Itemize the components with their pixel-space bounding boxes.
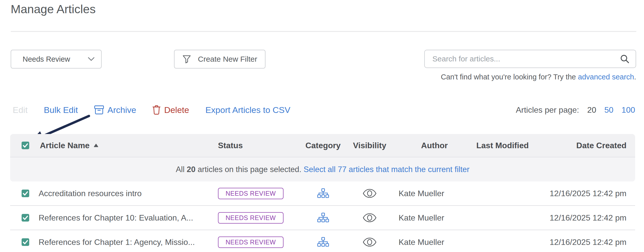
article-name-link[interactable]: References for Chapter 1: Agency, Missio… [39, 238, 218, 247]
date-created-cell: 12/16/2025 12:42 pm [547, 238, 635, 247]
category-cell [299, 237, 347, 247]
articles-per-page: Articles per page: 20 50 100 [516, 105, 635, 115]
archive-icon [94, 105, 104, 114]
visibility-icon [363, 189, 376, 198]
bulk-edit-button[interactable]: Bulk Edit [44, 105, 78, 115]
archive-label: Archive [107, 105, 136, 115]
column-header-date-created[interactable]: Date Created [547, 141, 635, 150]
checkbox-check-icon [22, 190, 29, 197]
column-header-category[interactable]: Category [299, 141, 347, 150]
create-new-filter-button[interactable]: Create New Filter [174, 50, 265, 69]
visibility-cell [347, 189, 392, 198]
delete-button[interactable]: Delete [152, 105, 189, 115]
archive-button[interactable]: Archive [94, 105, 136, 115]
delete-label: Delete [164, 105, 189, 115]
articles-table: Article Name Status Category Visibility … [10, 134, 635, 252]
filter-icon [182, 55, 191, 64]
category-icon[interactable] [317, 213, 329, 223]
bulk-actions-toolbar: Edit Bulk Edit Archive Delete Export Art… [11, 104, 635, 116]
select-all-checkbox[interactable] [22, 142, 29, 149]
author-cell: Kate Mueller [392, 213, 476, 223]
status-badge: NEEDS REVIEW [218, 237, 284, 248]
selection-banner: All 20 articles on this page selected. S… [10, 157, 635, 181]
visibility-icon [363, 238, 376, 247]
chevron-down-icon [88, 57, 95, 61]
select-all-matching-link[interactable]: Select all 77 articles that match the cu… [304, 165, 469, 174]
search-input[interactable] [424, 50, 636, 68]
sort-ascending-icon [94, 144, 98, 147]
create-new-filter-label: Create New Filter [198, 55, 257, 63]
selection-banner-text: All [176, 165, 187, 174]
delete-icon [152, 105, 161, 115]
per-page-option-50[interactable]: 50 [604, 105, 614, 115]
search-hint-text: Can't find what you're looking for? Try … [441, 73, 578, 81]
row-checkbox[interactable] [22, 238, 29, 246]
row-checkbox-cell [10, 214, 39, 222]
selected-count: 20 [187, 165, 195, 174]
advanced-search-link[interactable]: advanced search [578, 73, 634, 81]
status-cell: NEEDS REVIEW [218, 188, 299, 199]
category-icon[interactable] [317, 188, 329, 198]
checkbox-check-icon [22, 238, 29, 246]
search-hint-period: . [634, 73, 636, 81]
table-header-wrap: Article Name Status Category Visibility … [10, 134, 635, 181]
filter-dropdown[interactable]: Needs Review [11, 50, 102, 69]
status-badge: NEEDS REVIEW [218, 212, 284, 224]
date-created-cell: 12/16/2025 12:42 pm [547, 189, 635, 198]
column-header-last-modified[interactable]: Last Modified [476, 141, 547, 150]
row-checkbox-cell [10, 190, 39, 197]
category-cell [299, 188, 347, 198]
table-body: Accreditation resources intro NEEDS REVI… [10, 181, 635, 252]
search-box [424, 50, 636, 68]
category-cell [299, 213, 347, 223]
table-row: References for Chapter 10: Evaluation, A… [10, 206, 635, 230]
author-cell: Kate Mueller [392, 189, 476, 198]
visibility-cell [347, 238, 392, 247]
page-title: Manage Articles [11, 2, 96, 16]
column-header-article-name[interactable]: Article Name [39, 141, 218, 150]
checkbox-check-icon [22, 214, 29, 222]
table-row: References for Chapter 1: Agency, Missio… [10, 230, 635, 252]
select-all-cell [10, 142, 39, 149]
selection-banner-text-2: articles on this page selected. [195, 165, 304, 174]
article-name-link[interactable]: Accreditation resources intro [39, 189, 218, 198]
export-csv-button[interactable]: Export Articles to CSV [205, 105, 290, 115]
date-created-cell: 12/16/2025 12:42 pm [547, 213, 635, 223]
row-checkbox[interactable] [22, 214, 29, 222]
filter-dropdown-value: Needs Review [23, 55, 70, 63]
status-badge: NEEDS REVIEW [218, 188, 284, 199]
article-name-link[interactable]: References for Chapter 10: Evaluation, A… [39, 213, 218, 223]
articles-per-page-label: Articles per page: [516, 105, 579, 115]
table-row: Accreditation resources intro NEEDS REVI… [10, 181, 635, 206]
status-cell: NEEDS REVIEW [218, 237, 299, 248]
category-icon[interactable] [317, 237, 329, 247]
search-icon[interactable] [620, 54, 630, 64]
checkbox-check-icon [22, 142, 29, 149]
row-checkbox-cell [10, 238, 39, 246]
search-hint: Can't find what you're looking for? Try … [441, 73, 636, 81]
column-header-status[interactable]: Status [218, 141, 299, 150]
per-page-option-20[interactable]: 20 [587, 105, 596, 115]
article-name-header-label: Article Name [40, 141, 90, 150]
table-header-row: Article Name Status Category Visibility … [10, 134, 635, 157]
edit-button: Edit [13, 105, 28, 115]
author-cell: Kate Mueller [392, 238, 476, 247]
visibility-cell [347, 213, 392, 222]
visibility-icon [363, 213, 376, 222]
title-divider [11, 31, 636, 32]
status-cell: NEEDS REVIEW [218, 212, 299, 224]
per-page-option-100[interactable]: 100 [622, 105, 635, 115]
column-header-visibility[interactable]: Visibility [347, 141, 392, 150]
row-checkbox[interactable] [22, 190, 29, 197]
column-header-author[interactable]: Author [392, 141, 476, 150]
